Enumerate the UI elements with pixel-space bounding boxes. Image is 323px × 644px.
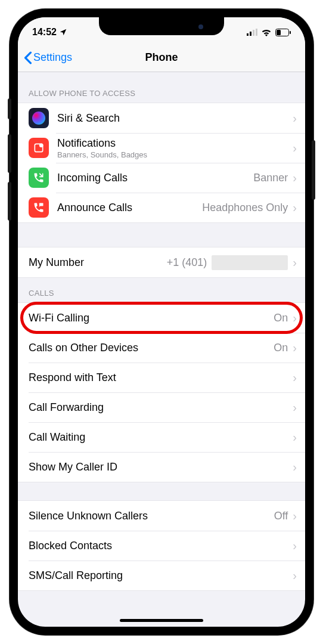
svg-point-8 — [39, 144, 44, 148]
row-value: Off — [274, 510, 288, 522]
chevron-right-icon: › — [293, 569, 297, 581]
row-wifi-calling[interactable]: Wi-Fi Calling On › — [18, 303, 305, 333]
chevron-right-icon: › — [293, 172, 297, 184]
chevron-right-icon: › — [293, 312, 297, 324]
row-silence-unknown[interactable]: Silence Unknown Callers Off › — [18, 501, 305, 531]
row-announce-calls[interactable]: Announce Calls Headphones Only › — [18, 193, 305, 222]
row-value: Banner — [253, 172, 288, 184]
chevron-right-icon: › — [293, 371, 297, 383]
row-label: Respond with Text — [29, 371, 293, 384]
chevron-right-icon: › — [293, 112, 297, 124]
cellular-icon — [247, 29, 257, 36]
chevron-right-icon: › — [293, 510, 297, 522]
row-value: On — [274, 342, 288, 354]
row-incoming-calls[interactable]: Incoming Calls Banner › — [18, 163, 305, 193]
row-my-number[interactable]: My Number +1 (401) xxx xxxx › — [18, 247, 305, 277]
access-list: Siri & Search › Notifications Banners, S… — [18, 103, 305, 223]
chevron-left-icon — [24, 51, 32, 64]
announce-icon — [29, 197, 49, 218]
back-label: Settings — [33, 51, 72, 64]
row-label: Incoming Calls — [57, 172, 253, 184]
row-label: Wi-Fi Calling — [29, 312, 274, 324]
chevron-right-icon: › — [293, 431, 297, 443]
siri-icon — [29, 108, 49, 128]
chevron-right-icon: › — [293, 342, 297, 354]
back-button[interactable]: Settings — [24, 51, 72, 64]
row-siri-search[interactable]: Siri & Search › — [18, 103, 305, 133]
svg-rect-2 — [253, 30, 254, 36]
screen: 14:52 Se — [18, 17, 305, 627]
svg-rect-3 — [256, 29, 257, 36]
svg-rect-9 — [39, 203, 44, 206]
redacted-number: xxx xxxx — [212, 255, 288, 270]
row-sublabel: Banners, Sounds, Badges — [57, 150, 293, 159]
row-blocked-contacts[interactable]: Blocked Contacts › — [18, 531, 305, 561]
row-label: Blocked Contacts — [29, 540, 293, 552]
row-label: Call Waiting — [29, 431, 293, 444]
location-icon — [59, 28, 67, 36]
power-button — [312, 140, 315, 200]
svg-rect-5 — [277, 30, 281, 35]
section-header-calls: CALLS — [18, 278, 305, 302]
incoming-call-icon — [29, 168, 49, 188]
status-time: 14:52 — [32, 27, 57, 38]
content[interactable]: ALLOW PHONE TO ACCESS Siri & Search › No… — [18, 72, 305, 591]
chevron-right-icon: › — [293, 256, 297, 268]
row-calls-other-devices[interactable]: Calls on Other Devices On › — [18, 333, 305, 363]
row-value: Headphones Only — [202, 202, 288, 214]
page-title: Phone — [145, 51, 178, 64]
chevron-right-icon: › — [293, 202, 297, 213]
calls-list: Wi-Fi Calling On › Calls on Other Device… — [18, 302, 305, 482]
svg-rect-6 — [290, 31, 291, 34]
row-label: Show My Caller ID — [29, 461, 293, 473]
chevron-right-icon: › — [293, 540, 297, 552]
chevron-right-icon: › — [293, 142, 297, 154]
volume-up-button — [8, 134, 11, 173]
wifi-icon — [261, 29, 272, 36]
row-call-waiting[interactable]: Call Waiting › — [18, 422, 305, 452]
row-label: SMS/Call Reporting — [29, 569, 293, 582]
number-list: My Number +1 (401) xxx xxxx › — [18, 247, 305, 278]
phone-frame: 14:52 Se — [10, 9, 313, 635]
row-label: Calls on Other Devices — [29, 342, 274, 354]
row-call-forwarding[interactable]: Call Forwarding › — [18, 392, 305, 422]
svg-rect-0 — [247, 33, 249, 36]
notifications-icon — [29, 138, 49, 158]
row-sms-reporting[interactable]: SMS/Call Reporting › — [18, 561, 305, 590]
battery-icon — [275, 29, 291, 36]
row-label: My Number — [29, 256, 167, 269]
row-label: Announce Calls — [57, 202, 202, 214]
chevron-right-icon: › — [293, 461, 297, 473]
svg-rect-1 — [250, 32, 251, 36]
row-label: Call Forwarding — [29, 401, 293, 414]
more-list: Silence Unknown Callers Off › Blocked Co… — [18, 500, 305, 591]
row-notifications[interactable]: Notifications Banners, Sounds, Badges › — [18, 133, 305, 163]
row-value: +1 (401) — [167, 256, 207, 269]
volume-down-button — [8, 182, 11, 221]
row-label: Silence Unknown Callers — [29, 510, 274, 522]
row-label: Notifications — [57, 137, 293, 150]
row-label: Siri & Search — [57, 112, 293, 125]
row-value: On — [274, 312, 288, 324]
mute-switch — [8, 98, 11, 119]
row-respond-text[interactable]: Respond with Text › — [18, 363, 305, 392]
notch — [99, 17, 224, 35]
nav-bar: Settings Phone — [18, 44, 305, 72]
row-show-caller-id[interactable]: Show My Caller ID › — [18, 452, 305, 482]
section-header-access: ALLOW PHONE TO ACCESS — [18, 72, 305, 103]
chevron-right-icon: › — [293, 401, 297, 413]
home-indicator[interactable] — [120, 619, 203, 622]
